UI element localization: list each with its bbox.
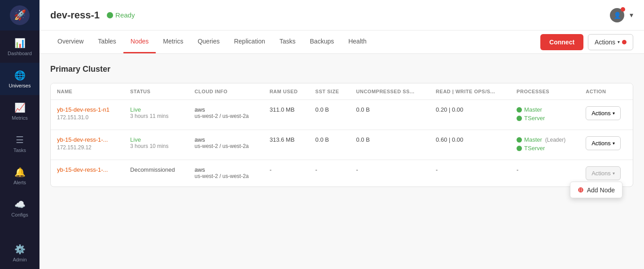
row-actions-label: Actions [591,140,611,147]
sidebar-label-configs: Configs [11,212,28,217]
sidebar-label-admin: Admin [13,257,26,262]
sidebar-label-metrics: Metrics [12,115,27,121]
status-badge: Ready [107,11,135,19]
connect-button[interactable]: Connect [540,34,583,50]
sidebar-item-universes[interactable]: 🌐 Universes [0,63,39,95]
admin-icon: ⚙️ [14,244,26,255]
sst-size: 0.0 B [309,130,350,160]
cloud-region: us-west-2 / us-west-2a [195,173,257,179]
sidebar-label-dashboard: Dashboard [8,51,32,56]
ram-used: 313.6 MB [263,130,309,160]
node-status-detail: 3 hours 11 mins [130,113,182,119]
tserver-dot [517,146,522,151]
chevron-down-icon: ▾ [618,39,620,44]
node-name[interactable]: yb-15-dev-ress-1-... [57,166,118,173]
content-area: Primary Cluster NAME STATUS CLOUD INFO R… [39,54,644,269]
node-status-detail: 3 hours 10 mins [130,143,182,149]
metrics-icon: 📈 [14,102,26,113]
add-node-plus-icon: ⊕ [578,186,583,194]
tab-nodes[interactable]: Nodes [123,30,156,53]
tab-overview[interactable]: Overview [50,30,91,53]
user-avatar[interactable]: 👤 [610,8,624,22]
sidebar: 📊 Dashboard 🌐 Universes 📈 Metrics ☰ Task… [0,0,39,269]
node-ip: 172.151.29.12 [57,144,118,151]
tserver-process: TServer [517,115,573,121]
tserver-process: TServer [517,145,573,152]
ram-used: 311.0 MB [263,100,309,130]
sidebar-item-metrics[interactable]: 📈 Metrics [0,95,39,127]
header-right: 👤 ▾ [610,8,633,22]
col-processes: PROCESSES [510,83,579,100]
master-process: Master (Leader) [517,136,573,143]
read-write-ops: - [429,160,510,187]
section-title: Primary Cluster [50,65,633,74]
page-title: dev-ress-1 [50,9,100,21]
chevron-down-icon[interactable]: ▾ [630,11,633,19]
node-ip: 172.151.31.0 [57,114,118,121]
header-actions-button[interactable]: Actions ▾ [588,34,633,50]
sidebar-item-dashboard[interactable]: 📊 Dashboard [0,30,39,63]
actions-notification-dot [622,40,626,44]
table-row: yb-15-dev-ress-1-... Decommissioned aws … [51,160,633,187]
col-status: STATUS [124,83,188,100]
chevron-down-icon: ▾ [613,111,615,116]
add-node-dropdown[interactable]: ⊕ Add Node [570,182,622,198]
tserver-label: TServer [524,115,545,121]
table-body: yb-15-dev-ress-1-n1 172.151.31.0 Live 3 … [51,100,633,187]
alerts-icon: 🔔 [14,167,26,178]
uncompressed-size: 0.0 B [350,100,430,130]
sst-size: 0.0 B [309,100,350,130]
logo-icon [10,5,30,25]
node-name[interactable]: yb-15-dev-ress-1-n1 [57,106,118,113]
configs-icon: ☁️ [14,199,26,210]
row-actions-button[interactable]: Actions ▾ [586,106,621,120]
sidebar-item-alerts[interactable]: 🔔 Alerts [0,160,39,192]
chevron-down-icon: ▾ [613,141,615,146]
tab-tables[interactable]: Tables [91,30,123,53]
tasks-icon: ☰ [16,134,24,145]
node-name[interactable]: yb-15-dev-ress-1-... [57,136,118,143]
uncompressed-size: - [350,160,430,187]
sidebar-label-alerts: Alerts [13,180,26,185]
col-sst-size: SST SIZE [309,83,350,100]
col-name: NAME [51,83,124,100]
cloud-provider: aws [195,166,257,173]
row-actions-button[interactable]: Actions ▾ [586,166,621,180]
node-status: Live [130,106,182,113]
col-action: ACTION [579,83,633,100]
col-uncompressed: UNCOMPRESSED SS... [350,83,430,100]
logo [0,0,39,30]
table-row: yb-15-dev-ress-1-... 172.151.29.12 Live … [51,130,633,160]
row-actions-label: Actions [591,170,611,177]
main-content: dev-ress-1 Ready 👤 ▾ Overview Tables Nod… [39,0,644,269]
node-status: Live [130,136,182,143]
tabs-actions: Connect Actions ▾ [540,34,633,50]
master-dot [517,137,522,143]
tab-backups[interactable]: Backups [303,30,342,53]
universes-icon: 🌐 [14,70,26,81]
sidebar-item-configs[interactable]: ☁️ Configs [0,192,39,224]
cloud-provider: aws [195,136,257,143]
tab-replication[interactable]: Replication [227,30,272,53]
row-actions-label: Actions [591,110,611,117]
table-row: yb-15-dev-ress-1-n1 172.151.31.0 Live 3 … [51,100,633,130]
nodes-table: NAME STATUS CLOUD INFO RAM USED SST SIZE… [51,83,633,187]
status-text: Ready [115,11,135,19]
tab-tasks[interactable]: Tasks [272,30,303,53]
col-ram-used: RAM USED [263,83,309,100]
master-process: Master [517,106,573,113]
tab-metrics[interactable]: Metrics [156,30,190,53]
col-cloud-info: CLOUD INFO [188,83,263,100]
sidebar-item-tasks[interactable]: ☰ Tasks [0,127,39,160]
tab-health[interactable]: Health [341,30,373,53]
sidebar-item-admin[interactable]: ⚙️ Admin [0,237,39,269]
sst-size: - [309,160,350,187]
sidebar-bottom: ⚙️ Admin [0,237,39,269]
row-actions-button[interactable]: Actions ▾ [586,136,621,150]
tab-queries[interactable]: Queries [190,30,227,53]
cloud-provider: aws [195,106,257,113]
sidebar-label-universes: Universes [9,83,31,88]
master-dot [517,107,522,113]
tserver-dot [517,116,522,121]
uncompressed-size: 0.0 B [350,130,430,160]
